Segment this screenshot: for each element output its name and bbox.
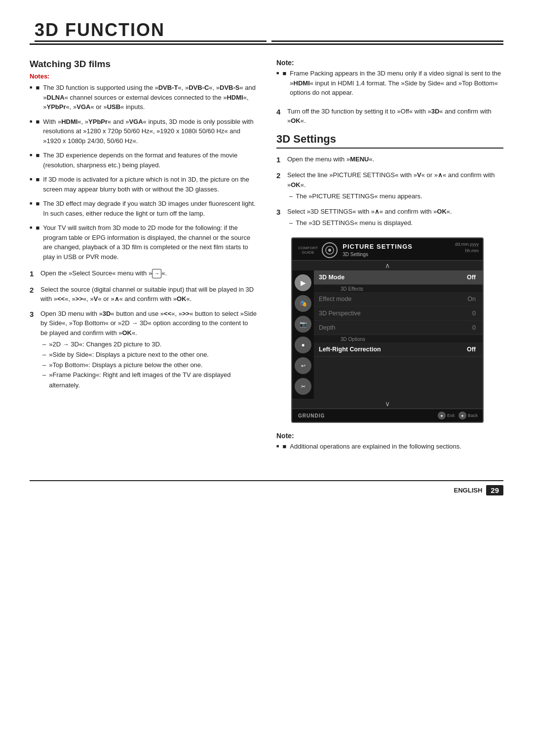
list-item: ■ If 3D mode is activated for a picture …: [30, 175, 257, 194]
menu-row-effect-mode: Effect mode On: [314, 292, 483, 306]
row-value-lr: Off: [467, 346, 476, 353]
notes-title: Notes:: [30, 73, 257, 80]
menu-sub-title: 3D Settings: [343, 251, 413, 258]
row-value-effect-mode: On: [467, 296, 476, 302]
left-column: Watching 3D films Notes: ■ The 3D functi…: [30, 59, 257, 460]
tv-menu-screenshot: COMFORTGUIDE PICTURE SETTINGS 3D Setting…: [291, 237, 484, 423]
footer-page-number: 29: [486, 485, 503, 495]
settings-steps-list: 1 Open the menu with »MENU«. 2 Select th…: [276, 154, 503, 229]
sidebar-icon-play: ▶: [295, 274, 311, 291]
footer-language: ENGLISH: [454, 487, 483, 494]
note1-title: Note:: [276, 59, 503, 67]
menu-datetime: dd.mm.yyyy hh.mm: [455, 241, 479, 254]
sidebar-icon-6: ✂: [295, 378, 311, 395]
sidebar-icon-3: 📷: [295, 316, 311, 333]
tv-menu-header: COMFORTGUIDE PICTURE SETTINGS 3D Setting…: [292, 238, 483, 261]
step-3: 3 Open 3D menu with »3D« button and use …: [30, 309, 257, 391]
menu-header-text: PICTURE SETTINGS 3D Settings: [343, 243, 413, 258]
steps-list: 1 Open the »Select Source« menu with »→«…: [30, 268, 257, 391]
menu-row-3d-perspective: 3D Perspective 0: [314, 306, 483, 321]
note2-title: Note:: [276, 432, 503, 440]
tv-menu-bottom: GRUNDIG ● Exit ● Back: [292, 409, 483, 422]
menu-main-title: PICTURE SETTINGS: [343, 243, 413, 251]
row-label-lr: Left-Right Correction: [319, 346, 467, 353]
step4-list: 4 Turn off the 3D function by setting it…: [276, 107, 503, 126]
list-item: ■ Additional operations are explained in…: [276, 442, 503, 452]
exit-btn[interactable]: ●: [438, 412, 446, 419]
row-label-effect-mode: Effect mode: [319, 296, 467, 302]
list-item: ■ Your TV will switch from 3D mode to 2D…: [30, 223, 257, 262]
menu-row-3d-mode: 3D Mode Off: [314, 270, 483, 285]
sidebar-icon-4: ●: [295, 337, 311, 353]
grundig-logo: GRUNDIG: [298, 413, 325, 418]
back-label: Back: [468, 413, 478, 418]
page-title: 3D FUNCTION: [30, 20, 503, 45]
list-item: ■ The 3D effect may degrade if you watch…: [30, 199, 257, 218]
sidebar-icon-5: ↩: [295, 357, 311, 374]
notes-list: ■ The 3D function is supported using the…: [30, 83, 257, 262]
row-label-perspective: 3D Perspective: [319, 310, 472, 317]
tv-menu-body: ▶ 🎭 📷 ● ↩ ✂ 3D Mode: [292, 270, 483, 399]
right-column: Note: ■ Frame Packing appears in the 3D …: [276, 59, 503, 460]
back-btn[interactable]: ●: [458, 412, 466, 419]
section-3d-effects: 3D Effects: [314, 285, 483, 292]
exit-control: ● Exit: [438, 412, 455, 419]
sidebar-icon-2: 🎭: [295, 295, 311, 312]
list-item: ■ Frame Packing appears in the 3D menu o…: [276, 69, 503, 98]
arrow-down: ∨: [292, 399, 483, 409]
comfort-guide: COMFORTGUIDE: [298, 246, 318, 255]
settings-step-1: 1 Open the menu with »MENU«.: [276, 154, 503, 166]
exit-label: Exit: [447, 413, 455, 418]
list-item: ■ With »HDMI«, »YPbPr« and »VGA« inputs,…: [30, 117, 257, 146]
menu-row-lr-correction: Left-Right Correction Off: [314, 342, 483, 357]
row-value-depth: 0: [472, 324, 476, 331]
svg-point-1: [328, 249, 331, 252]
step-4: 4 Turn off the 3D function by setting it…: [276, 107, 503, 126]
tv-sidebar: ▶ 🎭 📷 ● ↩ ✂: [292, 270, 314, 399]
step-2: 2 Select the source (digital channel or …: [30, 285, 257, 304]
arrow-up: ∧: [292, 261, 483, 270]
exit-back-controls: ● Exit ● Back: [438, 412, 478, 419]
tv-menu-content: 3D Mode Off 3D Effects Effect mode On 3D…: [314, 270, 483, 399]
list-item: ■ The 3D experience depends on the forma…: [30, 151, 257, 170]
watching-title: Watching 3D films: [30, 59, 257, 70]
note2-list: ■ Additional operations are explained in…: [276, 442, 503, 452]
note1-list: ■ Frame Packing appears in the 3D menu o…: [276, 69, 503, 98]
section-3d-options: 3D Options: [314, 335, 483, 342]
settings-step-3: 3 Select »3D SETTINGS« with »∧« and conf…: [276, 207, 503, 228]
note-block-2: Note: ■ Additional operations are explai…: [276, 432, 503, 452]
page-footer: ENGLISH 29: [30, 480, 503, 495]
menu-row-depth: Depth 0: [314, 321, 483, 335]
step-1: 1 Open the »Select Source« menu with »→«…: [30, 268, 257, 280]
menu-header-icon: [322, 242, 338, 258]
row-value-3d-mode: Off: [467, 274, 476, 281]
list-item: ■ The 3D function is supported using the…: [30, 83, 257, 112]
back-control: ● Back: [458, 412, 478, 419]
row-label-depth: Depth: [319, 324, 472, 331]
settings-step-2: 2 Select the line »PICTURE SETTINGS« wit…: [276, 170, 503, 202]
title-text: 3D FUNCTION: [35, 20, 266, 42]
note-block-1: Note: ■ Frame Packing appears in the 3D …: [276, 59, 503, 98]
title-line: [271, 40, 503, 42]
row-label-3d-mode: 3D Mode: [319, 274, 467, 281]
settings-title: 3D Settings: [276, 133, 503, 149]
row-value-perspective: 0: [472, 310, 476, 317]
